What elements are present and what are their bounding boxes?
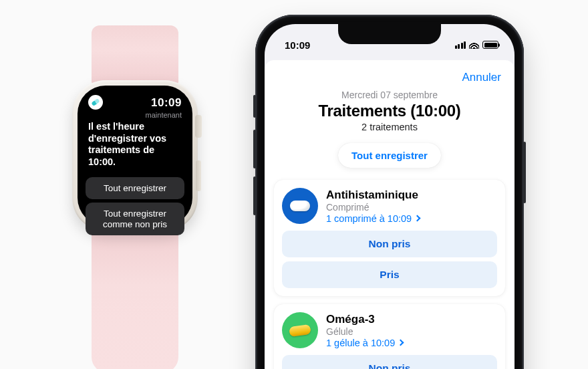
sheet-title: Traitements (10:00) [274,102,505,120]
sheet-date: Mercredi 07 septembre [274,90,505,100]
tablet-icon [282,188,318,224]
skipped-button[interactable]: Non pris [282,355,497,369]
phone-mute-switch [253,95,256,118]
taken-button[interactable]: Pris [282,261,497,288]
medication-header[interactable]: Oméga-3 Gélule 1 gélule à 10:09 [282,312,497,348]
sheet-subtitle: 2 traitements [274,122,505,132]
watch-band-top [92,25,178,86]
phone-frame: 10:09 Annuler Mercredi 07 septembre Trai… [255,15,524,369]
medication-name: Oméga-3 [326,313,497,326]
medication-card: Antihistaminique Comprimé 1 comprimé à 1… [274,180,505,296]
log-all-button[interactable]: Tout enregistrer [338,143,441,168]
cellular-signal-icon [455,41,466,49]
status-time: 10:09 [285,39,310,51]
watch-log-all-button[interactable]: Tout enregistrer [86,177,184,200]
phone-power-button [523,142,526,203]
skipped-button[interactable]: Non pris [282,231,497,257]
medications-sheet: Annuler Mercredi 07 septembre Traitement… [265,60,514,369]
iphone: 10:09 Annuler Mercredi 07 septembre Trai… [255,15,524,369]
phone-volume-up [253,130,256,168]
watch-notification-headline: Il est l'heure d'enregistrer vos traitem… [86,121,184,168]
cancel-button[interactable]: Annuler [462,71,501,84]
medication-form: Gélule [326,326,497,337]
phone-volume-down [253,176,256,215]
apple-watch: 10:09 maintenant Il est l'heure d'enregi… [61,25,208,369]
watch-notification-age: maintenant [86,111,184,119]
wifi-icon [469,41,479,49]
medication-dose: 1 gélule à 10:09 [326,338,497,348]
watch-log-skipped-button[interactable]: Tout enregistrer comme non pris [86,203,184,235]
sheet-header: Mercredi 07 septembre Traitements (10:00… [274,90,505,132]
watch-band-bottom [92,226,178,369]
watch-side-button [196,160,201,191]
chevron-right-icon [414,215,421,222]
phone-screen: 10:09 Annuler Mercredi 07 septembre Trai… [265,24,514,369]
capsule-icon [282,312,318,348]
medication-name: Antihistaminique [326,189,497,202]
medication-form: Comprimé [326,202,497,213]
medication-header[interactable]: Antihistaminique Comprimé 1 comprimé à 1… [282,188,497,224]
watch-screen: 10:09 maintenant Il est l'heure d'enregi… [78,86,192,226]
watch-status-row: 10:09 [86,95,184,112]
medication-card: Oméga-3 Gélule 1 gélule à 10:09 Non pris [274,304,505,369]
medication-dose: 1 comprimé à 10:09 [326,213,497,224]
battery-icon [482,41,498,49]
status-indicators [455,41,499,49]
watch-crown [195,115,202,138]
medications-app-icon [88,95,103,110]
phone-notch [338,24,441,44]
chevron-right-icon [398,340,404,346]
watch-time: 10:09 [151,96,182,110]
pill-icon [91,98,100,106]
watch-case: 10:09 maintenant Il est l'heure d'enregi… [72,80,198,231]
